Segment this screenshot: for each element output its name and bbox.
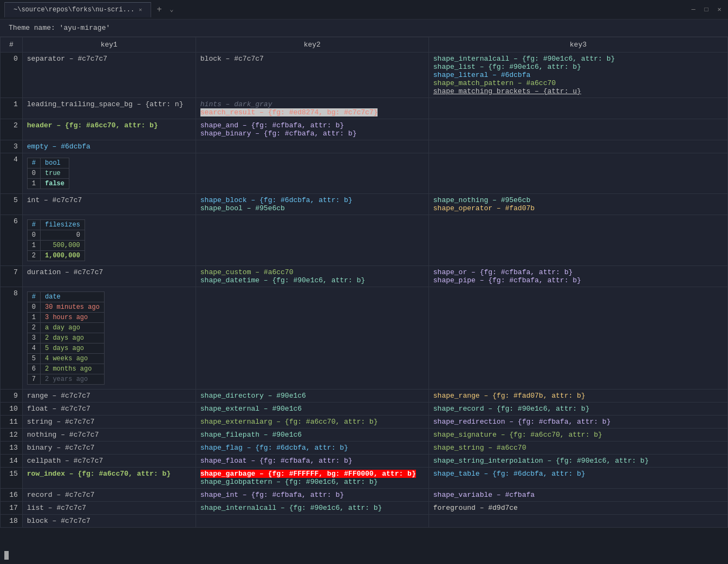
row-number: 5 [1,194,23,215]
tab-label: ~\source\repos\forks\nu-scri... [14,6,134,14]
col1-cell: leading_trailing_space_bg – {attr: n} [22,98,196,119]
col2-cell [196,153,428,194]
col1-cell: int – #c7c7c7 [22,194,196,215]
col3-item: shape_or – {fg: #cfbafa, attr: b} [433,268,723,276]
col2-cell: shape_externalarg – {fg: #a6cc70, attr: … [196,416,428,429]
row-number: 8 [1,287,23,390]
col3-cell [428,215,727,266]
inner-row-num: 1 [27,179,40,189]
table-row: 3empty – #6dcbfa [1,140,728,153]
table-row: 8#date030 minutes ago13 hours ago2a day … [1,287,728,390]
minimize-button[interactable]: ─ [689,5,698,14]
maximize-button[interactable]: □ [702,5,711,14]
col3-cell [428,287,727,390]
inner-col-header: # [27,292,40,302]
col-header-key2: key2 [196,37,428,53]
row-number: 12 [1,429,23,442]
inner-cell-value: 1,000,000 [41,251,85,261]
window-controls: ─ □ ✕ [689,5,724,14]
col1-item: cellpath – #c7c7c7 [27,457,191,465]
tab-dropdown-button[interactable]: ⌄ [167,5,176,14]
col2-cell [196,287,428,390]
inner-row-num: 1 [27,241,40,251]
col1-cell: header – {fg: #a6cc70, attr: b} [22,119,196,140]
inner-row-num: 5 [27,354,40,364]
col1-item: leading_trailing_space_bg – {attr: n} [27,100,191,108]
col2-item: shape_external – #90e1c6 [200,405,424,413]
col3-cell [428,119,727,140]
col1-item: duration – #c7c7c7 [27,268,191,276]
main-table: # key1 key2 key3 0separator – #c7c7c7blo… [0,37,728,528]
inner-cell-value: 30 minutes ago [41,302,105,313]
col-header-key1: key1 [22,37,196,53]
col3-item: shape_range – {fg: #fad07b, attr: b} [433,392,723,400]
col2-cell: shape_flag – {fg: #6dcbfa, attr: b} [196,442,428,455]
col2-cell: block – #c7c7c7 [196,53,428,98]
table-row: 4#bool0true1false [1,153,728,194]
table-row: 18block – #c7c7c7 [1,515,728,528]
inner-col-header: date [41,292,105,302]
col2-item: shape_datetime – {fg: #90e1c6, attr: b} [200,276,424,284]
inner-row-num: 4 [27,343,40,354]
col3-item: shape_table – {fg: #6dcbfa, attr: b} [433,470,723,478]
col2-cell: shape_external – #90e1c6 [196,403,428,416]
inner-row-num: 0 [27,168,40,179]
col3-item: shape_matching_brackets – {attr: u} [433,87,723,95]
inner-cell-value: 2 months ago [41,364,105,374]
col2-item: shape_directory – #90e1c6 [200,392,424,400]
col3-item: shape_list – {fg: #90e1c6, attr: b} [433,63,723,71]
inner-cell-value: false [41,179,69,189]
col1-cell: float – #c7c7c7 [22,403,196,416]
inner-col-header: filesizes [41,220,85,230]
col3-item: shape_record – {fg: #90e1c6, attr: b} [433,405,723,413]
col3-item: shape_operator – #fad07b [433,204,723,212]
col1-item: binary – #c7c7c7 [27,444,191,452]
col-header-num: # [1,37,23,53]
col1-cell: record – #c7c7c7 [22,489,196,502]
col3-cell: shape_signature – {fg: #a6cc70, attr: b} [428,429,727,442]
col3-item: shape_redirection – {fg: #cfbafa, attr: … [433,418,723,426]
table-row: 15row_index – {fg: #a6cc70, attr: b}shap… [1,468,728,489]
col2-cell: shape_custom – #a6cc70shape_datetime – {… [196,266,428,287]
inner-cell-value: a day ago [41,323,105,333]
table-row: 12nothing – #c7c7c7shape_filepath – #90e… [1,429,728,442]
col1-cell: nothing – #c7c7c7 [22,429,196,442]
col1-item: list – #c7c7c7 [27,504,191,512]
close-button[interactable]: ✕ [715,5,724,14]
col2-cell [196,215,428,266]
col1-item: block – #c7c7c7 [27,517,191,525]
table-row: 13binary – #c7c7c7shape_flag – {fg: #6dc… [1,442,728,455]
col1-cell: block – #c7c7c7 [22,515,196,528]
col3-item: shape_variable – #cfbafa [433,491,723,499]
table-row: 1leading_trailing_space_bg – {attr: n}hi… [1,98,728,119]
col2-cell: hints – dark_graysearch_result – {fg: #e… [196,98,428,119]
col2-cell [196,515,428,528]
tab-close-button[interactable]: ✕ [139,7,142,13]
new-tab-button[interactable]: + [152,5,166,15]
col2-item: shape_and – {fg: #cfbafa, attr: b} [200,121,424,129]
active-tab[interactable]: ~\source\repos\forks\nu-scri... ✕ [4,2,151,17]
table-row: 16record – #c7c7c7shape_int – {fg: #cfba… [1,489,728,502]
col1-cell: #date030 minutes ago13 hours ago2a day a… [22,287,196,390]
col3-cell [428,140,727,153]
col1-cell: list – #c7c7c7 [22,502,196,515]
col3-cell [428,515,727,528]
col2-cell: shape_garbage – {fg: #FFFFFF, bg: #FF000… [196,468,428,489]
table-row: 0separator – #c7c7c7block – #c7c7c7shape… [1,53,728,98]
col1-cell: binary – #c7c7c7 [22,442,196,455]
col2-item: shape_externalarg – {fg: #a6cc70, attr: … [200,418,424,426]
col2-cell: shape_float – {fg: #cfbafa, attr: b} [196,455,428,468]
col3-item: shape_pipe – {fg: #cfbafa, attr: b} [433,276,723,284]
col3-cell: shape_table – {fg: #6dcbfa, attr: b} [428,468,727,489]
col3-cell: shape_string_interpolation – {fg: #90e1c… [428,455,727,468]
table-row: 10float – #c7c7c7shape_external – #90e1c… [1,403,728,416]
col2-item: shape_block – {fg: #6dcbfa, attr: b} [200,196,424,204]
row-number: 15 [1,468,23,489]
row-number: 11 [1,416,23,429]
col2-cell: shape_block – {fg: #6dcbfa, attr: b}shap… [196,194,428,215]
inner-cell-value: 2 days ago [41,333,105,343]
col3-item: shape_string – #a6cc70 [433,444,723,452]
col3-item: shape_signature – {fg: #a6cc70, attr: b} [433,431,723,439]
row-number: 4 [1,153,23,194]
col2-cell: shape_and – {fg: #cfbafa, attr: b}shape_… [196,119,428,140]
